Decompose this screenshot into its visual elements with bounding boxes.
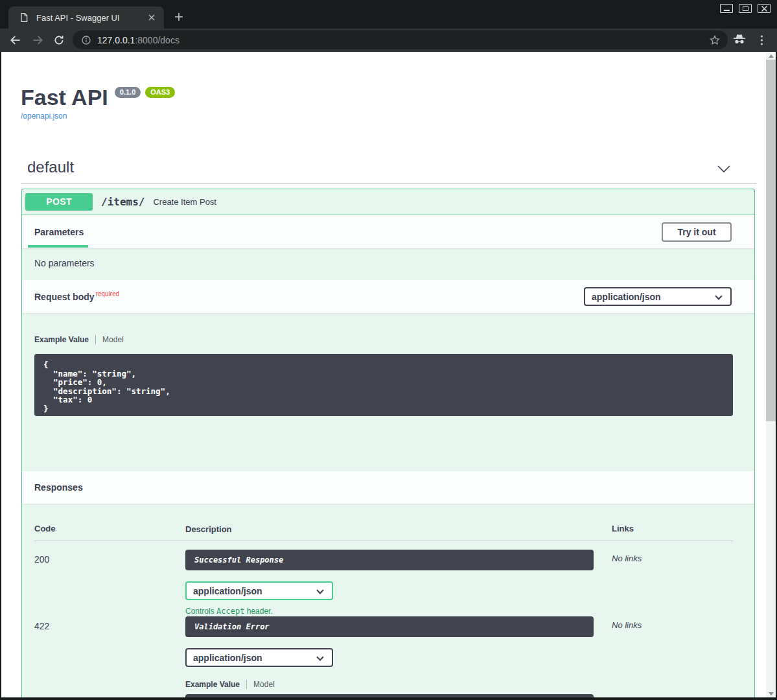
oas3-badge: OAS3 <box>145 87 175 98</box>
chevron-down-icon <box>316 587 323 594</box>
no-parameters-text: No parameters <box>34 258 95 268</box>
close-icon <box>761 6 767 12</box>
response-422-links: No links <box>612 620 642 630</box>
browser-toolbar: 127.0.0.1:8000/docs <box>0 29 777 52</box>
table-header-border <box>34 541 733 541</box>
close-icon <box>148 14 155 21</box>
window-border-bottom <box>0 697 777 700</box>
tag-section-header[interactable]: default <box>0 156 777 183</box>
request-body-label-wrap: Request bodyrequired <box>34 291 119 303</box>
tab-title: Fast API - Swagger UI <box>36 13 146 23</box>
response-code-422: 422 <box>34 621 49 631</box>
maximize-icon <box>743 6 748 11</box>
response-200-description-box: Successful Response <box>185 550 594 570</box>
tag-divider <box>21 183 756 184</box>
incognito-icon <box>732 33 747 47</box>
browser-menu-button[interactable] <box>757 34 767 47</box>
url-host: 127.0.0.1 <box>97 35 135 45</box>
tab-example-value[interactable]: Example Value <box>185 680 240 689</box>
response-200-description: Successful Response <box>194 555 283 565</box>
reload-button[interactable] <box>53 34 65 46</box>
response-422-description: Validation Error <box>194 622 270 631</box>
endpoint-summary: Create Item Post <box>153 197 216 207</box>
window-minimize-button[interactable] <box>720 4 733 13</box>
new-tab-button[interactable] <box>172 10 185 23</box>
request-body-example-code: { "name": "string", "price": 0, "descrip… <box>34 354 733 416</box>
tag-name: default <box>27 158 74 176</box>
response-422-example-tabs: Example Value Model <box>185 680 275 689</box>
request-body-label: Request body <box>34 292 95 302</box>
kebab-menu-icon <box>761 36 763 38</box>
column-header-description: Description <box>185 524 232 534</box>
document-icon <box>19 12 29 23</box>
url-path: :8000/docs <box>135 35 180 45</box>
selected-media-type: application/json <box>193 586 262 596</box>
try-it-out-button[interactable]: Try it out <box>662 222 732 242</box>
window-border-left <box>0 52 1 700</box>
plus-icon <box>174 12 183 21</box>
scrollbar-up-button[interactable] <box>766 52 776 60</box>
triangle-up-icon <box>769 54 774 58</box>
response-422-description-box: Validation Error <box>185 616 594 637</box>
post-items-opblock: POST /items/ Create Item Post Parameters… <box>21 189 755 697</box>
window-close-button[interactable] <box>758 4 771 13</box>
request-body-section-header: Request bodyrequired application/json <box>22 280 754 313</box>
triangle-down-icon <box>769 692 774 695</box>
star-icon <box>709 34 721 46</box>
tab-model[interactable]: Model <box>102 335 124 344</box>
request-body-example-tabs: Example Value Model <box>34 335 124 344</box>
response-200-media-type-select[interactable]: application/json <box>185 581 333 600</box>
tab-separator <box>246 680 247 689</box>
tab-close-button[interactable] <box>146 12 157 23</box>
scrollbar-thumb[interactable] <box>766 60 776 421</box>
tab-model[interactable]: Model <box>253 680 275 689</box>
response-200-links: No links <box>612 554 642 563</box>
chevron-down-icon <box>715 292 722 299</box>
tab-parameters[interactable]: Parameters <box>34 227 84 237</box>
post-method-badge: POST <box>25 193 93 211</box>
page-scrollbar[interactable] <box>766 52 776 697</box>
window-maximize-button[interactable] <box>739 4 752 13</box>
responses-title: Responses <box>34 482 83 493</box>
bookmark-button[interactable] <box>708 34 721 47</box>
column-header-code: Code <box>34 524 56 533</box>
url-text: 127.0.0.1:8000/docs <box>97 35 708 45</box>
swagger-page: Fast API 0.1.0 OAS3 /openapi.json defaul… <box>0 52 777 697</box>
info-icon[interactable] <box>81 35 91 45</box>
forward-arrow-icon <box>31 34 44 47</box>
scrollbar-down-button[interactable] <box>766 690 776 697</box>
minimize-icon <box>724 10 730 11</box>
chevron-down-icon[interactable] <box>717 164 731 176</box>
window-controls <box>720 4 771 13</box>
api-header: Fast API 0.1.0 OAS3 <box>21 84 175 110</box>
column-header-links: Links <box>612 524 634 533</box>
response-code-200: 200 <box>34 554 49 565</box>
response-422-media-type-select[interactable]: application/json <box>185 648 333 667</box>
selected-media-type: application/json <box>592 292 661 302</box>
selected-media-type: application/json <box>193 653 262 663</box>
page-title: Fast API <box>21 84 108 110</box>
tab-separator <box>95 335 96 344</box>
parameters-section-header: Parameters Try it out <box>22 215 754 248</box>
api-badges: 0.1.0 OAS3 <box>115 87 175 98</box>
back-button[interactable] <box>9 34 22 47</box>
chevron-down-icon <box>316 653 323 660</box>
request-body-media-type-select[interactable]: application/json <box>584 287 732 306</box>
back-arrow-icon <box>9 34 22 47</box>
controls-accept-header-note: Controls Accept header. <box>185 607 273 616</box>
forward-button[interactable] <box>31 34 44 47</box>
example-json: { "name": "string", "price": 0, "descrip… <box>43 360 724 413</box>
responses-section-header: Responses <box>22 471 754 504</box>
required-label: required <box>96 290 120 298</box>
browser-titlebar: Fast API - Swagger UI <box>0 0 777 29</box>
url-bar[interactable]: 127.0.0.1:8000/docs <box>73 30 728 49</box>
browser-tab[interactable]: Fast API - Swagger UI <box>8 6 164 29</box>
tab-example-value[interactable]: Example Value <box>34 335 89 344</box>
reload-icon <box>53 34 65 46</box>
version-badge: 0.1.0 <box>115 87 141 98</box>
opblock-summary[interactable]: POST /items/ Create Item Post <box>22 189 754 215</box>
openapi-spec-link[interactable]: /openapi.json <box>21 111 67 121</box>
endpoint-path: /items/ <box>101 196 145 208</box>
